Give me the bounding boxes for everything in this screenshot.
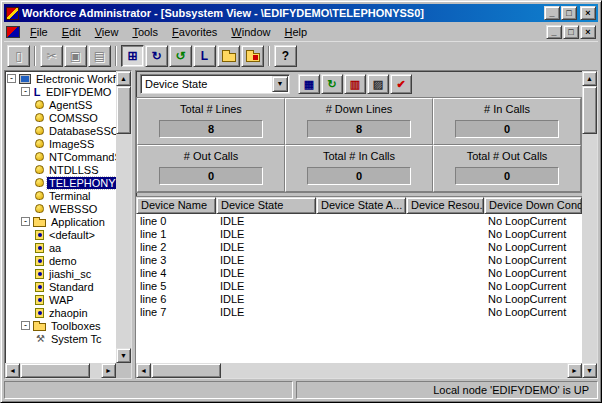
tree-item-toolboxes[interactable]: -Toolboxes	[5, 319, 116, 332]
menu-item-edit[interactable]: Edit	[55, 24, 88, 40]
tree-item-wap[interactable]: WAP	[5, 293, 116, 306]
column-header-device-state[interactable]: Device State	[216, 197, 316, 214]
device-grid-button[interactable]: ▦	[298, 74, 320, 94]
tree-item-demo[interactable]: demo	[5, 254, 116, 267]
tree-item-label: COMSSO	[47, 112, 100, 124]
toolbar-separator	[268, 46, 270, 66]
maximize-button[interactable]: □	[561, 6, 577, 20]
app-icon	[35, 230, 44, 240]
status-panel-left	[4, 381, 293, 399]
menu-item-view[interactable]: View	[88, 24, 126, 40]
minimize-button[interactable]: _	[544, 6, 560, 20]
tree-item-imagess[interactable]: ImageSS	[5, 137, 116, 150]
mdi-document-icon[interactable]	[6, 26, 20, 38]
mdi-close-button[interactable]: ×	[580, 25, 596, 39]
table-cell: No LoopCurrent	[484, 267, 582, 279]
view-selector-combobox[interactable]: Device State ▼	[140, 74, 290, 94]
validate-button[interactable]: ✔	[390, 74, 412, 94]
tree-item-electronic-workfor[interactable]: -Electronic Workfor	[5, 72, 116, 85]
scroll-down-icon[interactable]: ▼	[116, 348, 131, 363]
tree-item-jiashi-sc[interactable]: jiashi_sc	[5, 267, 116, 280]
tree-item-aa[interactable]: aa	[5, 241, 116, 254]
column-header-device-resou[interactable]: Device Resou...	[406, 197, 484, 214]
scroll-right-icon[interactable]: ►	[101, 363, 116, 378]
tree-item-application[interactable]: -Application	[5, 215, 116, 228]
tree-item-ntcommandss[interactable]: NTCommandSS	[5, 150, 116, 163]
chart-button[interactable]: ▥	[344, 74, 366, 94]
menu-item-file[interactable]: File	[23, 24, 55, 40]
column-header-device-name[interactable]: Device Name	[136, 197, 216, 214]
scrollbar-thumb[interactable]	[116, 86, 131, 134]
tree-item-websso[interactable]: WEBSSO	[5, 202, 116, 215]
bell-icon	[35, 113, 44, 122]
table-cell: line 0	[136, 215, 216, 227]
scrollbar-thumb[interactable]	[582, 86, 597, 134]
scroll-left-icon[interactable]: ◄	[136, 363, 151, 378]
table-row[interactable]: line 7IDLENo LoopCurrent	[136, 305, 582, 318]
tree-item-terminal[interactable]: Terminal	[5, 189, 116, 202]
tree-item-system-tc[interactable]: ⚒System Tc	[5, 332, 116, 345]
import-folder-button[interactable]	[241, 45, 264, 67]
tree-vertical-scrollbar[interactable]: ▲ ▼	[116, 71, 131, 363]
view-vertical-scrollbar[interactable]: ▲ ▼	[582, 71, 597, 378]
tree-item-standard[interactable]: Standard	[5, 280, 116, 293]
print-button[interactable]: ▨	[367, 74, 389, 94]
table-row[interactable]: line 2IDLENo LoopCurrent	[136, 240, 582, 253]
tree-expander-icon[interactable]: -	[7, 74, 16, 83]
tree-item-databasesso[interactable]: DatabaseSSO	[5, 124, 116, 137]
refresh-view-icon: ↻	[327, 78, 336, 91]
refresh-view-button[interactable]: ↻	[321, 74, 343, 94]
bell-icon	[35, 126, 44, 135]
table-row[interactable]: line 6IDLENo LoopCurrent	[136, 292, 582, 305]
tree-item-ntdllss[interactable]: NTDLLSS	[5, 163, 116, 176]
scroll-up-icon[interactable]: ▲	[116, 71, 131, 86]
tree-item-label: EDIFYDEMO	[44, 86, 113, 98]
column-header-device-state-a[interactable]: Device State A...	[316, 197, 406, 214]
refresh-button[interactable]: ↻	[145, 45, 168, 67]
table-row[interactable]: line 0IDLENo LoopCurrent	[136, 214, 582, 227]
tree-item-label: AgentSS	[47, 99, 94, 111]
scrollbar-thumb[interactable]	[20, 363, 90, 378]
refresh-icon: ↻	[151, 50, 161, 62]
mdi-minimize-button[interactable]: _	[546, 25, 562, 39]
menu-item-favorites[interactable]: Favorites	[165, 24, 224, 40]
tree-item-default[interactable]: <default>	[5, 228, 116, 241]
refresh-all-button[interactable]: ↺	[169, 45, 192, 67]
table-row[interactable]: line 5IDLENo LoopCurrent	[136, 279, 582, 292]
tree-item-agentss[interactable]: AgentSS	[5, 98, 116, 111]
table-horizontal-scrollbar[interactable]: ◄ ►	[136, 363, 582, 378]
table-row[interactable]: line 3IDLENo LoopCurrent	[136, 253, 582, 266]
toolbox-button[interactable]	[217, 45, 240, 67]
combo-dropdown-icon[interactable]: ▼	[272, 76, 288, 92]
close-button[interactable]: ×	[580, 6, 596, 20]
stat-value: 0	[307, 167, 411, 185]
tree-expander-icon[interactable]: -	[21, 321, 30, 330]
subsystem-view-button[interactable]: ⊞	[121, 45, 144, 67]
tree-expander-icon[interactable]: -	[21, 87, 30, 96]
table-row[interactable]: line 4IDLENo LoopCurrent	[136, 266, 582, 279]
scroll-down-icon[interactable]: ▼	[582, 363, 597, 378]
tree-horizontal-scrollbar[interactable]: ◄ ►	[5, 363, 116, 378]
menu-item-help[interactable]: Help	[277, 24, 314, 40]
scroll-up-icon[interactable]: ▲	[582, 71, 597, 86]
tree-expander-icon[interactable]: -	[21, 217, 30, 226]
main-area: -Electronic Workfor-LEDIFYDEMOAgentSSCOM…	[4, 70, 598, 379]
menu-item-tools[interactable]: Tools	[125, 24, 165, 40]
mdi-restore-button[interactable]: □	[563, 25, 579, 39]
tree-item-comsso[interactable]: COMSSO	[5, 111, 116, 124]
tree-item-edifydemo[interactable]: -LEDIFYDEMO	[5, 85, 116, 98]
line-monitor-button[interactable]: L	[193, 45, 216, 67]
device-table: Device NameDevice StateDevice State A...…	[136, 196, 582, 363]
tree-item-telephonyss0[interactable]: TELEPHONYSS0	[5, 176, 116, 189]
scroll-left-icon[interactable]: ◄	[5, 363, 20, 378]
stat-cell-total-lines: Total # Lines8	[137, 98, 285, 145]
column-header-device-down-condition[interactable]: Device Down Condition	[484, 197, 582, 214]
table-body: line 0IDLENo LoopCurrentline 1IDLENo Loo…	[136, 214, 582, 363]
scrollbar-thumb[interactable]	[151, 363, 221, 378]
tree-item-label: DatabaseSSO	[47, 125, 116, 137]
help-button[interactable]: ?	[274, 45, 297, 67]
menu-item-window[interactable]: Window	[224, 24, 277, 40]
table-row[interactable]: line 1IDLENo LoopCurrent	[136, 227, 582, 240]
scroll-right-icon[interactable]: ►	[567, 363, 582, 378]
tree-item-zhaopin[interactable]: zhaopin	[5, 306, 116, 319]
